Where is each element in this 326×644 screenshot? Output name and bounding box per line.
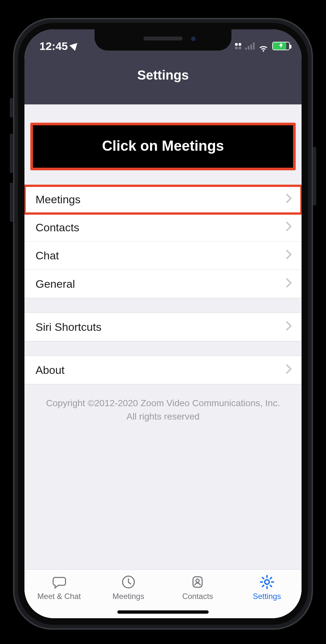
contacts-icon (190, 574, 205, 590)
chevron-right-icon (286, 321, 292, 333)
tab-label: Meet & Chat (37, 592, 81, 601)
phone-silence-switch (10, 98, 13, 117)
cellular-signal-icon (245, 42, 255, 50)
status-time: 12:45 (39, 40, 68, 53)
tab-label: Contacts (182, 592, 213, 601)
phone-volume-down (10, 183, 13, 222)
settings-row-siri-shortcuts[interactable]: Siri Shortcuts (24, 313, 302, 341)
svg-point-3 (265, 580, 269, 584)
tab-meet-chat[interactable]: Meet & Chat (30, 574, 88, 601)
chevron-right-icon (286, 193, 292, 206)
chevron-right-icon (286, 249, 292, 262)
tab-label: Settings (253, 592, 281, 601)
tab-bar: Meet & Chat Meetings Contacts Settings (24, 569, 302, 618)
tab-meetings[interactable]: Meetings (99, 574, 158, 601)
settings-content: Click on Meetings Meetings Contacts Chat (24, 104, 302, 569)
tab-label: Meetings (112, 592, 144, 601)
copyright-line-1: Copyright ©2012-2020 Zoom Video Communic… (37, 397, 289, 410)
settings-row-contacts[interactable]: Contacts (24, 214, 302, 242)
svg-point-2 (196, 579, 199, 582)
copyright-footer: Copyright ©2012-2020 Zoom Video Communic… (24, 384, 302, 423)
battery-icon (272, 42, 290, 50)
settings-row-meetings[interactable]: Meetings (24, 186, 302, 214)
phone-screen: 12:45 Settings (24, 29, 302, 618)
gear-icon (259, 574, 275, 590)
location-icon (69, 40, 80, 51)
clock-icon (121, 574, 136, 590)
settings-row-chat[interactable]: Chat (24, 242, 302, 270)
home-indicator[interactable] (117, 610, 209, 614)
settings-section-3: About (24, 356, 302, 384)
settings-row-about[interactable]: About (24, 356, 302, 384)
phone-volume-up (10, 134, 13, 173)
settings-section-1: Meetings Contacts Chat General (24, 185, 302, 298)
chevron-right-icon (286, 278, 292, 290)
phone-notch (95, 29, 231, 51)
chevron-right-icon (286, 221, 292, 234)
dual-sim-icon (235, 43, 241, 49)
tab-contacts[interactable]: Contacts (168, 574, 227, 601)
phone-power-button (313, 147, 316, 206)
copyright-line-2: All rights reserved (37, 410, 289, 423)
settings-section-2: Siri Shortcuts (24, 313, 302, 341)
wifi-icon (259, 42, 268, 50)
tab-settings[interactable]: Settings (238, 574, 296, 601)
settings-row-general[interactable]: General (24, 270, 302, 298)
row-label: About (36, 364, 65, 376)
row-label: Siri Shortcuts (36, 321, 101, 333)
row-label: Meetings (36, 193, 81, 206)
charging-bolt-icon (279, 42, 283, 50)
row-label: Contacts (36, 221, 79, 234)
page-title: Settings (24, 68, 302, 83)
instruction-callout: Click on Meetings (30, 123, 296, 170)
chevron-right-icon (286, 364, 292, 376)
row-label: General (36, 278, 75, 290)
chat-icon (51, 574, 67, 590)
row-label: Chat (36, 249, 59, 262)
